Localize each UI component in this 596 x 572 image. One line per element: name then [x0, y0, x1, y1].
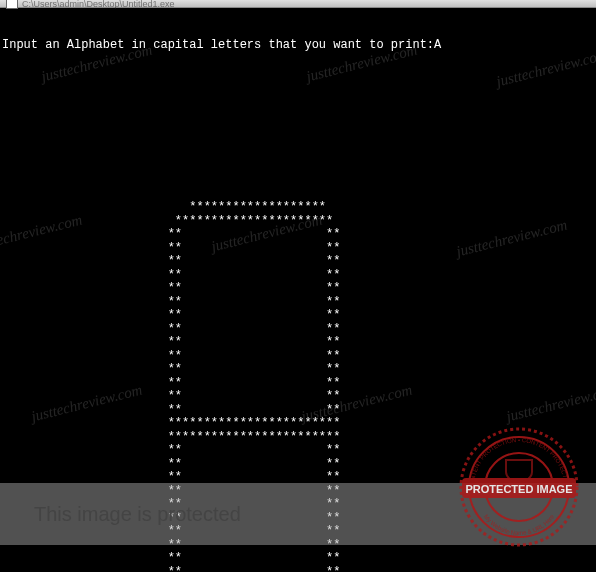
ascii-art-line: ** ** [2, 296, 594, 310]
blank-line [2, 80, 594, 94]
ascii-art-line: ** ** [2, 390, 594, 404]
ascii-art-line: ** ** [2, 485, 594, 499]
ascii-art-line: ** ** [2, 323, 594, 337]
ascii-art-line: ** ** [2, 255, 594, 269]
ascii-art-line: ** ** [2, 242, 594, 256]
ascii-art-line: ** ** [2, 552, 594, 566]
ascii-art-line: ** ** [2, 228, 594, 242]
ascii-art-line: ** ** [2, 363, 594, 377]
ascii-art-line: ** ** [2, 269, 594, 283]
ascii-art-line: ** ** [2, 498, 594, 512]
blank-line [2, 120, 594, 134]
ascii-art-line: ** ** [2, 444, 594, 458]
ascii-art-output: ******************* ********************… [2, 201, 594, 572]
input-value: A [434, 38, 441, 52]
console-output: Input an Alphabet in capital letters tha… [0, 8, 596, 572]
ascii-art-line: ** ** [2, 512, 594, 526]
ascii-art-line: ** ** [2, 282, 594, 296]
ascii-art-line: ** ** [2, 336, 594, 350]
ascii-art-line: ************************ [2, 417, 594, 431]
ascii-art-line: ** ** [2, 566, 594, 573]
ascii-art-line: ** ** [2, 471, 594, 485]
input-prompt-line: Input an Alphabet in capital letters tha… [2, 39, 594, 53]
ascii-art-line: ** ** [2, 350, 594, 364]
ascii-art-line: ** ** [2, 404, 594, 418]
ascii-art-line: ** ** [2, 458, 594, 472]
ascii-art-line: ********************** [2, 215, 594, 229]
ascii-art-line: ** ** [2, 525, 594, 539]
input-prompt-text: Input an Alphabet in capital letters tha… [2, 38, 434, 52]
blank-line [2, 161, 594, 175]
ascii-art-line: ******************* [2, 201, 594, 215]
ascii-art-line: ** ** [2, 309, 594, 323]
window-title: C:\Users\admin\Desktop\Untitled1.exe [22, 0, 175, 9]
ascii-art-line: ** ** [2, 377, 594, 391]
ascii-art-line: ** ** [2, 539, 594, 553]
ascii-art-line: ************************ [2, 431, 594, 445]
terminal-icon [6, 0, 18, 9]
window-titlebar: C:\Users\admin\Desktop\Untitled1.exe [0, 0, 596, 8]
